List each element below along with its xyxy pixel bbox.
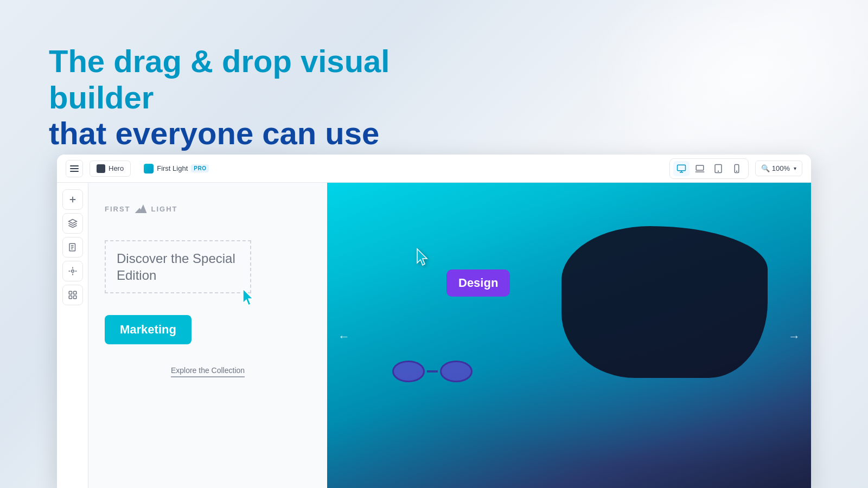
marketing-button[interactable]: Marketing — [105, 315, 192, 344]
menu-button[interactable] — [66, 160, 83, 177]
sg-bridge — [427, 370, 438, 373]
zoom-value: 100% — [772, 164, 790, 172]
heading-text-box[interactable]: Discover the Special Edition — [105, 240, 251, 293]
person-silhouette — [561, 226, 768, 378]
add-element-button[interactable] — [62, 189, 83, 210]
nav-arrow-right[interactable]: → — [788, 330, 800, 344]
toolbar: Hero First Light PRO — [57, 155, 811, 183]
hero-section: The drag & drop visual builder that ever… — [49, 43, 429, 152]
cursor-on-textbox — [240, 288, 259, 310]
zoom-chevron-icon: ▾ — [794, 165, 796, 171]
mobile-button[interactable] — [729, 161, 745, 176]
logo-mountain-icon — [135, 204, 147, 213]
svg-marker-24 — [417, 249, 427, 265]
svg-rect-20 — [73, 291, 76, 294]
zoom-control[interactable]: 🔍 100% ▾ — [755, 160, 802, 176]
hamburger-icon — [70, 165, 79, 172]
canvas-left-panel: FIRST LIGHT Discover the Special Edition… — [88, 183, 327, 488]
svg-marker-23 — [243, 289, 253, 305]
hero-tab-icon — [97, 164, 105, 173]
sg-lens-left — [392, 361, 425, 382]
heading-container: Discover the Special Edition — [105, 240, 251, 304]
svg-rect-3 — [696, 165, 704, 170]
tab-firstlight-label: First Light — [157, 164, 188, 172]
logo-text-first: FIRST — [105, 205, 131, 213]
desktop-button[interactable] — [673, 161, 690, 176]
sg-lens-right — [440, 361, 473, 382]
canvas-right-panel: ← → Design — [327, 183, 811, 488]
tab-hero[interactable]: Hero — [90, 160, 131, 177]
tab-hero-label: Hero — [108, 164, 124, 172]
left-sidebar — [57, 183, 88, 488]
svg-rect-19 — [69, 291, 72, 294]
hero-title: The drag & drop visual builder that ever… — [49, 43, 429, 152]
laptop-button[interactable] — [692, 161, 708, 176]
explore-link[interactable]: Explore the Collection — [171, 366, 245, 377]
svg-rect-22 — [73, 296, 76, 299]
device-controls — [669, 158, 749, 179]
zoom-icon: 🔍 — [761, 164, 770, 172]
pro-badge: PRO — [191, 164, 209, 172]
library-button[interactable] — [62, 285, 83, 305]
design-tag: Design — [446, 269, 510, 297]
brand-logo: FIRST LIGHT — [105, 204, 178, 213]
tab-firstlight[interactable]: First Light PRO — [137, 160, 215, 177]
canvas-heading: Discover the Special Edition — [117, 250, 239, 284]
logo-text-second: LIGHT — [151, 205, 178, 213]
svg-rect-21 — [69, 296, 72, 299]
cursor-right-panel — [414, 248, 433, 269]
builder-window: Hero First Light PRO — [57, 155, 811, 488]
canvas-area: FIRST LIGHT Discover the Special Edition… — [88, 183, 811, 488]
tablet-button[interactable] — [710, 161, 726, 176]
pages-button[interactable] — [62, 237, 83, 258]
svg-point-18 — [71, 270, 74, 273]
firstlight-tab-icon — [144, 164, 154, 174]
layers-button[interactable] — [62, 213, 83, 234]
tools-button[interactable] — [62, 261, 83, 281]
sunglasses-element — [392, 361, 473, 382]
svg-rect-0 — [677, 165, 685, 171]
nav-arrow-left[interactable]: ← — [338, 330, 350, 344]
